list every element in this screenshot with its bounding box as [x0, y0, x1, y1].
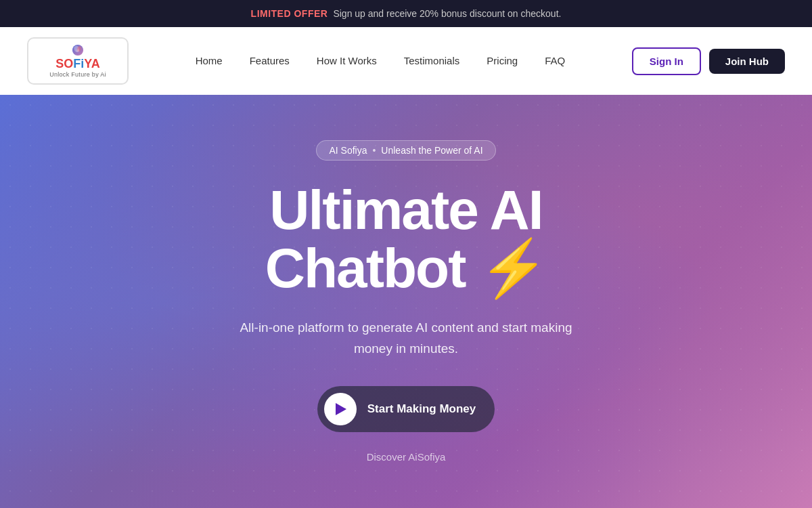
- logo-text: SOFiYA: [55, 58, 99, 70]
- play-icon: [336, 403, 346, 415]
- hero-cta-button[interactable]: Start Making Money: [317, 386, 495, 432]
- logo-ya: YA: [84, 57, 99, 70]
- nav-actions: Sign In Join Hub: [632, 47, 785, 75]
- logo-tagline: Unlock Future by Ai: [49, 71, 106, 78]
- logo-icon: [66, 44, 90, 56]
- nav-item-testimonials[interactable]: Testimonials: [404, 55, 460, 67]
- nav-link-features[interactable]: Features: [250, 55, 290, 66]
- nav-item-home[interactable]: Home: [196, 55, 223, 67]
- badge-tagline: Unleash the Power of AI: [381, 145, 482, 156]
- hero-section: AI Sofiya • Unleash the Power of AI Ulti…: [0, 95, 812, 508]
- nav-item-how-it-works[interactable]: How It Works: [317, 55, 377, 67]
- hero-badge: AI Sofiya • Unleash the Power of AI: [316, 140, 495, 161]
- nav-links: Home Features How It Works Testimonials …: [196, 55, 566, 67]
- discover-link[interactable]: Discover AiSofiya: [367, 451, 446, 463]
- play-button[interactable]: [324, 393, 357, 425]
- nav-link-testimonials[interactable]: Testimonials: [404, 55, 460, 66]
- joinhub-button[interactable]: Join Hub: [709, 49, 785, 74]
- nav-link-how-it-works[interactable]: How It Works: [317, 55, 377, 66]
- limited-offer-label: LIMITED OFFER: [251, 8, 328, 19]
- logo-box: SOFiYA Unlock Future by Ai: [27, 37, 129, 85]
- hero-title: Ultimate AI Chatbot ⚡: [265, 181, 547, 297]
- cta-label: Start Making Money: [367, 402, 476, 416]
- nav-item-features[interactable]: Features: [250, 55, 290, 67]
- signin-button[interactable]: Sign In: [632, 47, 701, 75]
- logo-fi: Fi: [73, 57, 84, 70]
- nav-link-pricing[interactable]: Pricing: [487, 55, 518, 66]
- nav-link-home[interactable]: Home: [196, 55, 223, 66]
- hero-title-lightning: ⚡: [479, 237, 547, 299]
- nav-item-pricing[interactable]: Pricing: [487, 55, 518, 67]
- nav-link-faq[interactable]: FAQ: [545, 55, 565, 66]
- logo[interactable]: SOFiYA Unlock Future by Ai: [27, 37, 129, 85]
- navbar: SOFiYA Unlock Future by Ai Home Features…: [0, 27, 812, 95]
- offer-text: Sign up and receive 20% bonus discount o…: [333, 8, 561, 19]
- logo-so: SO: [55, 57, 73, 70]
- announcement-bar: LIMITED OFFER Sign up and receive 20% bo…: [0, 0, 812, 27]
- svg-point-3: [76, 49, 80, 53]
- badge-separator: •: [372, 145, 376, 156]
- badge-name: AI Sofiya: [329, 145, 367, 156]
- hero-title-line1: Ultimate AI: [269, 179, 542, 240]
- hero-title-line2: Chatbot: [265, 237, 466, 299]
- hero-subtitle: All-in-one platform to generate AI conte…: [237, 318, 575, 359]
- nav-item-faq[interactable]: FAQ: [545, 55, 565, 67]
